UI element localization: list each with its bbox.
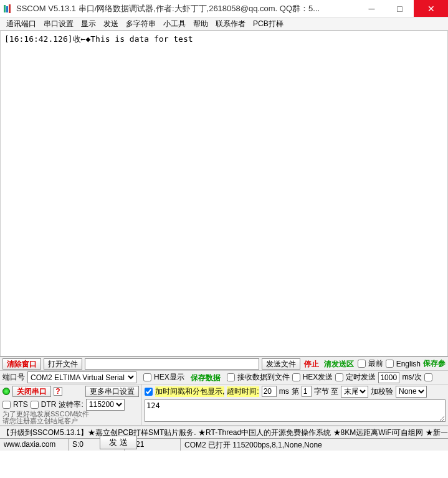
check-select[interactable]: None: [396, 386, 427, 398]
port-led-icon: [2, 388, 10, 395]
menu-display[interactable]: 显示: [81, 19, 96, 29]
send-textarea[interactable]: [145, 399, 446, 422]
port-control-row: 关闭串口 ? 更多串口设置: [0, 385, 141, 398]
open-file-button[interactable]: 打开文件: [44, 358, 82, 370]
svg-rect-1: [6, 6, 8, 12]
extra-checkbox-1[interactable]: [424, 373, 432, 381]
control-panel: 清除窗口 打开文件 发送文件 停止 清发送区 最前 English 保存参 端口…: [0, 356, 448, 426]
status-url[interactable]: www.daxia.com: [0, 439, 69, 451]
recv-to-file-checkbox[interactable]: [227, 373, 235, 381]
ad-bar: 【升级到SSCOM5.13.1】★嘉立创PCB打样SMT贴片服务. ★RT-Th…: [0, 426, 448, 438]
more-settings-button[interactable]: 更多串口设置: [85, 386, 139, 397]
status-com: COM2 已打开 115200bps,8,1,None,None: [181, 439, 448, 451]
window-title: SSCOM V5.13.1 串口/网络数据调试器,作者:大虾丁丁,2618058…: [16, 3, 358, 14]
nth-label: 第: [292, 386, 299, 397]
nth-input[interactable]: [302, 386, 312, 397]
receive-textarea[interactable]: [16:16:42.126]收←◆This is data for test: [0, 31, 448, 356]
timed-send-label: 定时发送: [346, 372, 376, 383]
minimize-button[interactable]: ─: [358, 0, 386, 17]
rts-label: RTS: [13, 400, 28, 409]
timestamp-row: 加时间戳和分包显示, 超时时间: ms 第 字节 至 末尾 加校验 None: [142, 385, 448, 398]
ad-text[interactable]: 【升级到SSCOM5.13.1】★嘉立创PCB打样SMT贴片服务. ★RT-Th…: [2, 428, 448, 437]
menu-send[interactable]: 发送: [103, 19, 118, 29]
svg-rect-2: [9, 4, 11, 13]
app-icon: [2, 4, 12, 14]
menu-bar: 通讯端口 串口设置 显示 发送 多字符串 小工具 帮助 联系作者 PCB打样: [0, 17, 448, 31]
baud-label: 波特率:: [59, 399, 83, 410]
save-param-label[interactable]: 保存参: [423, 358, 446, 369]
status-bar: www.daxia.com S:0 R:21 COM2 已打开 115200bp…: [0, 438, 448, 451]
timeout-input[interactable]: [262, 386, 277, 397]
help-icon[interactable]: ?: [54, 387, 62, 396]
ms-label: ms: [279, 387, 289, 396]
tip-row: 为了更好地发展SSCOM软件 请您注册嘉立创结尾客户: [0, 411, 141, 426]
rts-checkbox[interactable]: [2, 401, 11, 409]
toolbar-row-2: 端口号 COM2 ELTIMA Virtual Serial HEX显示 保存数…: [0, 371, 448, 385]
timestamp-checkbox[interactable]: [145, 388, 153, 396]
port-label: 端口号: [2, 372, 25, 383]
interval-input[interactable]: [378, 372, 399, 383]
port-select[interactable]: COM2 ELTIMA Virtual Serial: [27, 371, 136, 383]
window-buttons: ─ □ ✕: [358, 0, 448, 17]
send-button[interactable]: 发 送: [100, 436, 137, 449]
dtr-checkbox[interactable]: [31, 401, 39, 409]
stop-button[interactable]: 停止: [303, 358, 320, 370]
menu-serial-settings[interactable]: 串口设置: [44, 19, 74, 29]
menu-pcb[interactable]: PCB打样: [253, 19, 284, 29]
english-checkbox[interactable]: [386, 360, 394, 368]
window-titlebar: SSCOM V5.13.1 串口/网络数据调试器,作者:大虾丁丁,2618058…: [0, 0, 448, 17]
output-line: [16:16:42.126]收←◆This is data for test: [4, 34, 193, 44]
end-select[interactable]: 末尾: [341, 386, 368, 398]
menu-multistring[interactable]: 多字符串: [126, 19, 156, 29]
timestamp-label: 加时间戳和分包显示,: [155, 386, 224, 397]
menu-help[interactable]: 帮助: [193, 19, 208, 29]
hex-show-label: HEX显示: [154, 372, 184, 383]
topmost-checkbox[interactable]: [358, 360, 366, 368]
file-path-input[interactable]: [85, 358, 259, 370]
baud-select[interactable]: 115200: [86, 399, 125, 411]
tip-line-2: 请您注册嘉立创结尾客户: [2, 418, 139, 424]
save-data-button[interactable]: 保存数据: [187, 372, 224, 383]
dtr-label: DTR: [41, 400, 57, 409]
hex-send-checkbox[interactable]: [292, 373, 300, 381]
addcheck-label: 加校验: [371, 386, 393, 397]
toolbar-row-1: 清除窗口 打开文件 发送文件 停止 清发送区 最前 English 保存参: [0, 357, 448, 371]
close-button[interactable]: ✕: [414, 0, 448, 17]
timeout-label: 超时时间:: [227, 386, 259, 397]
menu-port[interactable]: 通讯端口: [6, 19, 36, 29]
send-row: [142, 398, 448, 426]
byte-to-label: 字节 至: [314, 386, 338, 397]
maximize-button[interactable]: □: [386, 0, 414, 17]
clear-window-button[interactable]: 清除窗口: [2, 358, 41, 370]
hex-show-checkbox[interactable]: [143, 373, 151, 381]
english-label: English: [396, 360, 421, 368]
recv-to-file-label: 接收数据到文件: [237, 372, 290, 383]
topmost-label: 最前: [368, 358, 383, 369]
menu-tools[interactable]: 小工具: [163, 19, 186, 29]
send-file-button[interactable]: 发送文件: [262, 358, 300, 370]
right-controls: 加时间戳和分包显示, 超时时间: ms 第 字节 至 末尾 加校验 None: [142, 385, 448, 425]
flow-control-row: RTS DTR 波特率: 115200: [0, 398, 141, 411]
left-controls: 关闭串口 ? 更多串口设置 RTS DTR 波特率: 115200 为了更好地发…: [0, 385, 142, 425]
menu-contact[interactable]: 联系作者: [216, 19, 245, 29]
svg-rect-0: [4, 5, 6, 12]
timed-send-checkbox[interactable]: [335, 373, 343, 381]
close-port-button[interactable]: 关闭串口: [12, 386, 51, 397]
interval-unit: ms/次: [402, 372, 421, 383]
clear-send-button[interactable]: 清发送区: [323, 358, 355, 370]
hex-send-label: HEX发送: [303, 372, 333, 383]
